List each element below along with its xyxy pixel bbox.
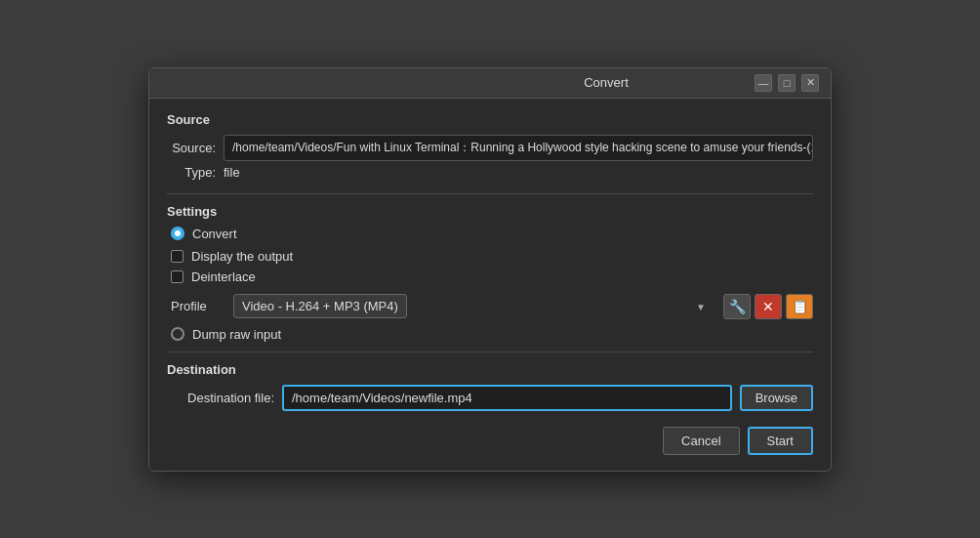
dest-file-label: Destination file: bbox=[167, 391, 274, 405]
titlebar: Convert — □ ✕ bbox=[149, 68, 831, 99]
deinterlace-row: Deinterlace bbox=[171, 269, 813, 284]
display-output-checkbox[interactable] bbox=[171, 250, 184, 263]
profile-select-wrapper: Video - H.264 + MP3 (MP4) bbox=[233, 294, 714, 318]
source-path-row: Source: /home/team/Videos/Fun with Linux… bbox=[167, 135, 813, 161]
browse-button[interactable]: Browse bbox=[740, 385, 813, 411]
divider-1 bbox=[167, 193, 813, 194]
settings-section: Settings Convert Display the output Dein… bbox=[167, 204, 813, 342]
minimize-button[interactable]: — bbox=[755, 74, 772, 92]
source-section: Source Source: /home/team/Videos/Fun wit… bbox=[167, 112, 813, 180]
dump-raw-radio[interactable] bbox=[171, 327, 184, 341]
dialog-content: Source Source: /home/team/Videos/Fun wit… bbox=[149, 99, 831, 471]
destination-file-row: Destination file: Browse bbox=[167, 385, 813, 411]
destination-section-title: Destination bbox=[167, 362, 813, 377]
deinterlace-label: Deinterlace bbox=[191, 269, 256, 284]
convert-radio-row: Convert bbox=[171, 227, 813, 241]
profile-row: Profile Video - H.264 + MP3 (MP4) 🔧 ✕ 📋 bbox=[171, 294, 813, 319]
source-label: Source: bbox=[167, 141, 216, 155]
profile-select[interactable]: Video - H.264 + MP3 (MP4) bbox=[233, 294, 407, 318]
dest-path-input[interactable] bbox=[282, 385, 732, 411]
window-title: Convert bbox=[458, 75, 755, 90]
destination-section: Destination Destination file: Browse bbox=[167, 362, 813, 411]
convert-label: Convert bbox=[192, 227, 237, 241]
profile-delete-button[interactable]: ✕ bbox=[755, 294, 782, 319]
source-path-field: /home/team/Videos/Fun with Linux Termina… bbox=[224, 135, 813, 161]
type-label: Type: bbox=[167, 165, 216, 180]
deinterlace-checkbox[interactable] bbox=[171, 270, 184, 283]
convert-dialog: Convert — □ ✕ Source Source: /home/team/… bbox=[148, 67, 832, 472]
profile-add-button[interactable]: 📋 bbox=[786, 294, 813, 319]
settings-section-title: Settings bbox=[167, 204, 813, 219]
profile-label: Profile bbox=[171, 299, 225, 313]
maximize-button[interactable]: □ bbox=[778, 74, 796, 92]
profile-wrench-button[interactable]: 🔧 bbox=[723, 294, 751, 319]
display-output-label: Display the output bbox=[191, 249, 293, 264]
dump-raw-row: Dump raw input bbox=[171, 327, 813, 342]
divider-2 bbox=[167, 352, 813, 352]
source-section-title: Source bbox=[167, 112, 813, 127]
titlebar-controls: — □ ✕ bbox=[755, 74, 819, 92]
dump-raw-label: Dump raw input bbox=[192, 327, 281, 342]
close-button[interactable]: ✕ bbox=[801, 74, 819, 92]
display-output-row: Display the output bbox=[171, 249, 813, 264]
convert-radio[interactable] bbox=[171, 227, 184, 240]
cancel-button[interactable]: Cancel bbox=[663, 427, 739, 455]
start-button[interactable]: Start bbox=[748, 427, 813, 455]
source-type-row: Type: file bbox=[167, 165, 813, 180]
footer-buttons: Cancel Start bbox=[167, 427, 813, 455]
type-value: file bbox=[224, 165, 240, 180]
